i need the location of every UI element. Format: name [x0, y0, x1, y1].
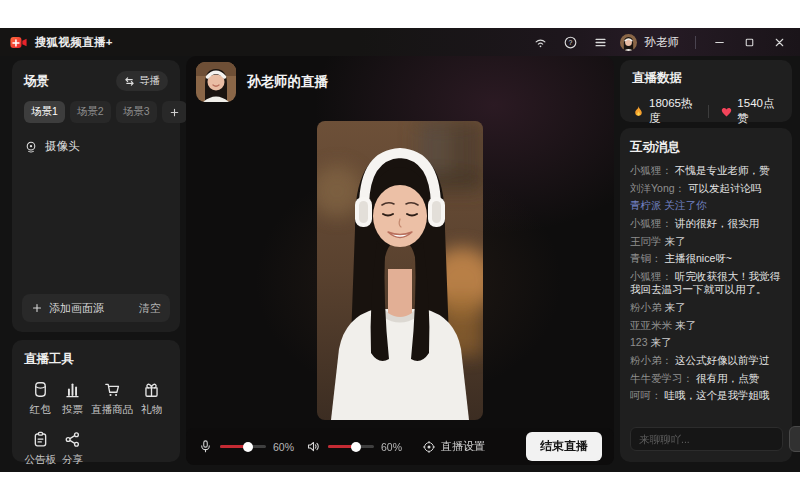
swap-arrows-icon	[124, 76, 135, 87]
maximize-button[interactable]	[738, 32, 760, 52]
enter-message: 粉小弟来了	[630, 301, 782, 315]
user-name[interactable]: 孙老师	[645, 35, 680, 50]
svg-text:?: ?	[569, 39, 573, 46]
add-scene-button[interactable]	[162, 101, 187, 123]
live-data-title: 直播数据	[632, 70, 780, 87]
chat-message: 粉小弟：这公式好像以前学过	[630, 354, 782, 368]
chat-message: 牛牛爱学习：很有用，点赞	[630, 372, 782, 386]
director-button[interactable]: 导播	[116, 71, 168, 91]
chat-message: 小狐狸：讲的很好，很实用	[630, 217, 782, 231]
chat-message: 小狐狸：听完收获很大！我觉得我回去温习一下就可以用了。	[630, 270, 782, 297]
microphone-icon[interactable]	[198, 439, 213, 454]
scene-tab-1[interactable]: 场景1	[24, 101, 65, 123]
close-button[interactable]	[768, 32, 790, 52]
tool-share[interactable]: 分享	[56, 430, 88, 467]
heart-icon	[720, 105, 733, 118]
tool-live-products[interactable]: 直播商品	[89, 380, 136, 417]
screenshot-root: 搜狐视频直播+ ? 孙老师	[0, 0, 800, 500]
tool-board[interactable]: 公告板	[24, 430, 56, 467]
tool-gift[interactable]: 礼物	[136, 380, 168, 417]
flame-icon	[632, 105, 645, 118]
mic-volume-value: 60%	[273, 441, 299, 453]
webcam-icon	[24, 140, 38, 154]
share-icon	[63, 430, 82, 449]
chat-message: 青铜：主播很nice呀~	[630, 252, 782, 266]
mic-volume-slider[interactable]	[220, 445, 266, 448]
chat-panel: 互动消息 小狐狸：不愧是专业老师，赞 刘洋Yong：可以发起讨论吗 青柠派关注了…	[620, 128, 792, 462]
titlebar: 搜狐视频直播+ ? 孙老师	[0, 28, 800, 56]
source-item-camera[interactable]: 摄像头	[24, 139, 168, 154]
red-packet-icon	[31, 380, 50, 399]
plus-icon	[169, 107, 180, 118]
live-stage: 孙老师的直播	[186, 56, 614, 465]
enter-message: 亚亚米米来了	[630, 319, 782, 333]
app-title: 搜狐视频直播+	[35, 35, 113, 50]
clear-sources-button[interactable]: 清空	[139, 301, 161, 316]
stats-divider	[708, 105, 709, 118]
scene-panel-title: 场景	[24, 73, 49, 90]
cart-icon	[103, 380, 122, 399]
chat-message: 刘洋Yong：可以发起讨论吗	[630, 182, 782, 196]
scene-tab-3[interactable]: 场景3	[116, 101, 157, 123]
live-tools-panel: 直播工具 红包 投票 直播商品	[12, 340, 180, 462]
speaker-icon[interactable]	[306, 439, 321, 454]
chat-message: 小狐狸：不愧是专业老师，赞	[630, 164, 782, 178]
vote-icon	[63, 380, 82, 399]
end-live-button[interactable]: 结束直播	[526, 432, 602, 461]
add-source-button[interactable]: 添加画面源 清空	[22, 294, 170, 322]
speaker-volume-slider[interactable]	[328, 445, 374, 448]
send-button[interactable]: 发送	[789, 426, 800, 452]
enter-message: 123来了	[630, 336, 782, 350]
follow-message: 青柠派关注了你	[630, 199, 782, 213]
user-avatar[interactable]	[620, 34, 637, 51]
chat-input[interactable]	[630, 427, 783, 451]
plus-icon	[31, 302, 43, 314]
signal-icon[interactable]	[530, 32, 552, 52]
mic-slider-thumb[interactable]	[243, 442, 253, 452]
scene-panel: 场景 导播 场景1 场景2 场景3 摄像头 添加画面源	[12, 60, 180, 332]
menu-icon[interactable]	[590, 32, 612, 52]
stream-avatar	[196, 62, 236, 102]
app-window: 搜狐视频直播+ ? 孙老师	[0, 28, 800, 472]
likes-value: 1540点赞	[737, 96, 780, 126]
heat-value: 18065热度	[649, 96, 697, 126]
scene-tabs: 场景1 场景2 场景3	[24, 101, 168, 123]
chat-title: 互动消息	[630, 139, 782, 156]
heat-stat: 18065热度	[632, 96, 697, 126]
app-logo-icon	[10, 36, 27, 49]
enter-message: 王同学来了	[630, 235, 782, 249]
gift-icon	[142, 380, 161, 399]
stream-title: 孙老师的直播	[247, 73, 328, 91]
tool-vote[interactable]: 投票	[56, 380, 88, 417]
chat-message: 呵呵：哇哦，这个是我学姐哦	[630, 389, 782, 403]
live-settings-button[interactable]: 直播设置	[422, 439, 485, 454]
source-label: 摄像头	[45, 139, 80, 154]
titlebar-divider	[695, 36, 696, 49]
tools-panel-title: 直播工具	[24, 351, 168, 368]
speaker-volume-value: 60%	[381, 441, 407, 453]
stream-controlbar: 60% 60% 直播设置 结束直播	[186, 428, 614, 465]
scene-tab-2[interactable]: 场景2	[70, 101, 111, 123]
video-preview	[317, 121, 483, 420]
minimize-button[interactable]	[708, 32, 730, 52]
likes-stat: 1540点赞	[720, 96, 780, 126]
help-icon[interactable]: ?	[560, 32, 582, 52]
tool-red-packet[interactable]: 红包	[24, 380, 56, 417]
board-icon	[31, 430, 50, 449]
live-data-panel: 直播数据 18065热度 1540点赞	[620, 60, 792, 122]
settings-icon	[422, 440, 436, 454]
chat-message-list[interactable]: 小狐狸：不愧是专业老师，赞 刘洋Yong：可以发起讨论吗 青柠派关注了你 小狐狸…	[630, 164, 782, 419]
speaker-slider-thumb[interactable]	[351, 442, 361, 452]
